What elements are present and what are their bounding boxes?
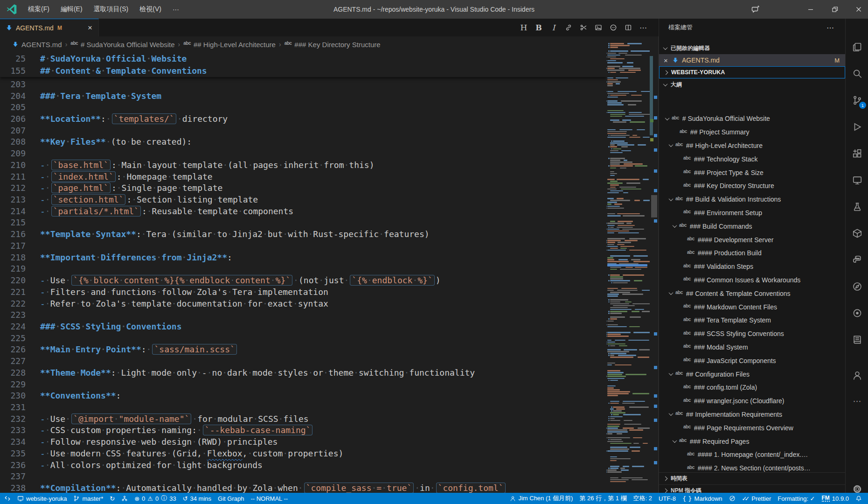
menu-selection[interactable]: 選取項目(S) <box>88 0 134 19</box>
editor-line[interactable]: 204###·Tera·Template·System <box>0 90 606 102</box>
editor-line[interactable]: 219 <box>0 263 606 275</box>
editor-line[interactable]: 238**Compilation**:·Automatically·handle… <box>0 482 606 493</box>
minimize-button[interactable] <box>800 0 821 19</box>
outline-item[interactable]: abc### Environment Setup <box>659 206 845 220</box>
restore-button[interactable] <box>825 0 845 19</box>
chevron-down-icon[interactable] <box>669 290 674 295</box>
chevron-down-icon[interactable] <box>665 116 670 120</box>
jupyter-icon[interactable] <box>850 306 864 320</box>
breadcrumb-symbol-1[interactable]: # SudaYoruka Official Website <box>81 41 175 49</box>
outline-header[interactable]: 大綱 <box>659 78 845 91</box>
editor-pane[interactable]: 203204###·Tera·Template·System205206**Lo… <box>0 52 606 493</box>
sticky-line[interactable]: 25#·SudaYoruka·Official·Website <box>0 52 606 64</box>
editor-line[interactable]: 212-·`page.html`:·Single·page·template <box>0 182 606 194</box>
outline-item[interactable]: abc### Technology Stack <box>659 152 845 166</box>
chevron-down-icon[interactable] <box>669 412 674 416</box>
outline-item[interactable]: abc#### 2. News Section (content/posts… <box>659 462 845 472</box>
editor-line[interactable]: 226**Main·Entry·Point**:·`sass/main.scss… <box>0 344 606 356</box>
menu-more[interactable]: ··· <box>167 0 185 19</box>
outline-item[interactable]: abc#### Development Server <box>659 233 845 246</box>
editor-line[interactable]: 236-·All·colors·optimized·for·light·back… <box>0 459 606 471</box>
editor-line[interactable]: 228**Theme·Mode**:·Light·mode·only·-·no·… <box>0 367 606 378</box>
scrollbar-slider[interactable] <box>651 195 657 217</box>
docs-icon[interactable] <box>850 333 864 347</box>
remote-explorer-icon[interactable] <box>850 173 864 187</box>
menu-file[interactable]: 檔案(F) <box>22 0 55 19</box>
file-history-item[interactable]: ↺34 mins <box>180 493 215 504</box>
testing-icon[interactable] <box>850 200 864 214</box>
indentation-item[interactable]: 空格: 2 <box>630 493 655 504</box>
editor-line[interactable]: 213-·`section.html`:·Section·listing·tem… <box>0 194 606 205</box>
chevron-down-icon[interactable] <box>673 438 677 443</box>
editor-line[interactable]: 235-·Use·modern·CSS·features·(Grid,·Flex… <box>0 448 606 459</box>
editor-line[interactable]: 211-·`index.html`:·Homepage·template <box>0 171 606 182</box>
python-icon[interactable] <box>850 253 864 267</box>
outline-item[interactable]: abc### Validation Steps <box>659 260 845 273</box>
copilot-chat-icon[interactable] <box>745 0 766 19</box>
chevron-down-icon[interactable] <box>669 196 674 201</box>
cursor-position-item[interactable]: 第 26 行，第 1 欄 <box>576 493 630 504</box>
sidebar-more-actions-icon[interactable]: ⋯ <box>822 23 839 32</box>
breadcrumb-symbol-3[interactable]: ### Key Directory Structure <box>294 41 380 49</box>
editor-line[interactable]: 208**Key·Files**·(to·be·created): <box>0 136 606 148</box>
run-debug-icon[interactable] <box>850 120 864 134</box>
breadcrumb[interactable]: AGENTS.md›abc# SudaYoruka Official Websi… <box>0 36 659 52</box>
remote-indicator[interactable] <box>1 493 14 504</box>
split-editor-icon[interactable] <box>621 21 636 34</box>
git-blame-item[interactable]: Jim Chen (1 個月前) <box>507 493 576 504</box>
tab-close-icon[interactable]: × <box>85 23 95 33</box>
editor-line[interactable]: 217 <box>0 240 606 252</box>
editor-line[interactable]: 233-·CSS·custom·properties·naming:·`--ke… <box>0 425 606 436</box>
outline-item[interactable]: abc### Required Pages <box>659 434 845 448</box>
outline-item[interactable]: abc### SCSS Styling Conventions <box>659 327 845 341</box>
sync-item[interactable]: ↻ <box>106 493 118 504</box>
emoji-icon[interactable] <box>606 21 621 34</box>
git-branch-item[interactable]: master* <box>70 493 106 504</box>
editor-line[interactable]: 207 <box>0 125 606 136</box>
close-icon[interactable]: × <box>664 56 672 64</box>
editor-line[interactable]: 224###·SCSS·Styling·Conventions <box>0 321 606 332</box>
editor-line[interactable]: 206**Location**:·`templates/`·directory <box>0 113 606 125</box>
editor-line[interactable]: 215 <box>0 217 606 229</box>
outline-item[interactable]: abc### Modal System <box>659 341 845 354</box>
editor-line[interactable]: 230**Conventions**: <box>0 390 606 401</box>
search-icon[interactable] <box>850 67 864 81</box>
outline-item[interactable]: abc### Markdown Content Files <box>659 300 845 314</box>
project-item[interactable]: website-yoruka <box>14 493 70 504</box>
menu-view[interactable]: 檢視(V) <box>134 0 167 19</box>
section-timeline[interactable]: 時間表 <box>659 472 845 484</box>
editor-line[interactable]: 222-·Refer·to·Zola's·template·documentat… <box>0 298 606 309</box>
formatting-item[interactable]: Formatting: ✓ <box>774 493 818 504</box>
git-graph-item[interactable]: Git Graph <box>215 493 247 504</box>
editor-line[interactable]: 223 <box>0 309 606 321</box>
editor-line[interactable]: 231 <box>0 401 606 413</box>
italic-icon[interactable]: I <box>546 21 561 34</box>
chevron-down-icon[interactable] <box>669 371 674 376</box>
extensions-icon[interactable] <box>850 147 864 161</box>
editor-line[interactable]: 218**Important·Differences·from·Jinja2**… <box>0 252 606 263</box>
editor-line[interactable]: 234-·Follow·responsive·web·design·(RWD)·… <box>0 436 606 448</box>
outline-item[interactable]: abc## Content & Template Conventions <box>659 287 845 300</box>
editor-line[interactable]: 214-·`partials/*.html`:·Reusable·templat… <box>0 205 606 217</box>
packages-icon[interactable] <box>850 226 864 240</box>
open-editors-header[interactable]: 已開啟的編輯器 <box>659 42 845 54</box>
menu-edit[interactable]: 編輯(E) <box>55 0 88 19</box>
language-mode-item[interactable]: { }Markdown <box>679 493 726 504</box>
outline-item[interactable]: abc#### 1. Homepage (content/_index.… <box>659 448 845 462</box>
editor-line[interactable]: 203 <box>0 78 606 90</box>
notifications-item[interactable] <box>852 493 865 504</box>
outline-item[interactable]: abc## Configuration Files <box>659 367 845 381</box>
open-editor-item-agents-md[interactable]: × AGENTS.md M <box>659 54 845 66</box>
minimap[interactable] <box>606 36 650 493</box>
source-control-icon[interactable]: 1 <box>850 93 864 107</box>
outline-item[interactable]: abc### wrangler.jsonc (Cloudflare) <box>659 394 845 408</box>
outline-item[interactable]: abc### Tera Template System <box>659 314 845 327</box>
scissors-icon[interactable] <box>576 21 591 34</box>
outline-item[interactable]: abc## High-Level Architecture <box>659 139 845 153</box>
outline-item[interactable]: abc### JavaScript Components <box>659 354 845 367</box>
outline-item[interactable]: abc### config.toml (Zola) <box>659 381 845 394</box>
editor-line[interactable]: 210-·`base.html`:·Main·layout·template·(… <box>0 159 606 171</box>
more-views-icon[interactable]: ⋯ <box>850 394 864 408</box>
copilot-status-item[interactable] <box>726 493 739 504</box>
outline-item[interactable]: abc#### Production Build <box>659 246 845 260</box>
